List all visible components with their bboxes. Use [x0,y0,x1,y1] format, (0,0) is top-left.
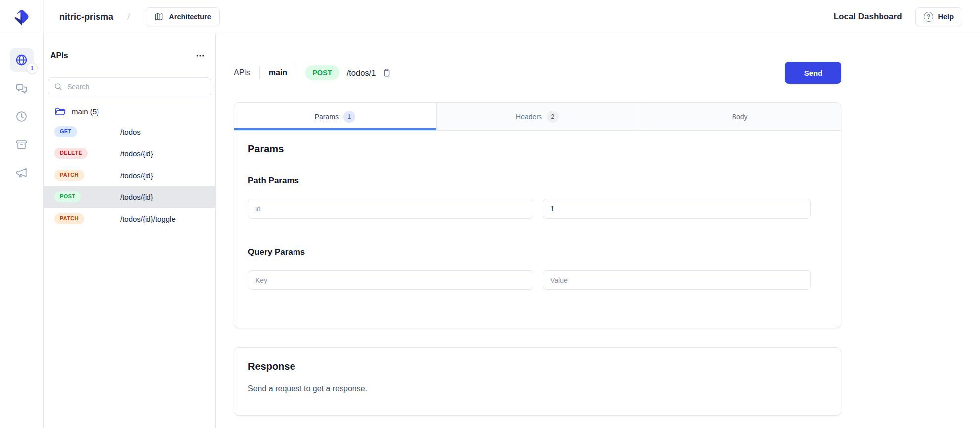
main-panel: APIs main POST /todos/1 Send [216,34,980,428]
endpoint-path: /todos/{id} [120,193,215,201]
sidebar-header: APIs [50,49,207,63]
method-badge: GET [54,126,77,137]
rail-item-storage[interactable] [10,133,34,156]
endpoint-path: /todos/{id}/toggle [120,215,215,223]
rail-item-schedules[interactable] [10,104,34,128]
local-dashboard-title: Local Dashboard [834,12,902,22]
tab-headers[interactable]: Headers 2 [437,103,639,130]
path-param-value-input[interactable] [543,199,811,219]
endpoint-path: /todos [120,128,215,136]
method-badge: DELETE [54,148,88,158]
help-label: Help [938,13,954,21]
divider [296,66,296,79]
rail-item-apis[interactable]: 1 [10,48,34,72]
params-count-badge: 1 [343,111,355,123]
apis-count-badge: 1 [27,63,38,74]
endpoint-path: /todos/{id} [120,149,215,158]
icon-rail: 1 [0,34,44,428]
params-panel: Params Path Params Query Params [234,131,841,328]
sidebar-title: APIs [50,51,68,60]
top-header: nitric-prisma / Architecture Local Dashb… [0,0,980,34]
endpoint-row-delete-todo[interactable]: DELETE /todos/{id} [44,143,215,164]
path-params-title: Path Params [248,176,827,186]
endpoint-row-get-todos[interactable]: GET /todos [44,121,215,143]
path-params-row [248,199,827,219]
content-area: 1 [0,34,980,428]
architecture-label: Architecture [169,13,211,21]
query-params-row [248,270,827,290]
path-param-key-input[interactable] [248,199,533,219]
folder-icon [54,106,66,117]
endpoint-tree: main (5) GET /todos DELETE /todos/{id} P… [44,102,215,230]
sidebar-menu-button[interactable] [194,49,207,63]
rail-item-topics[interactable] [10,161,34,185]
breadcrumb-api-name[interactable]: main [269,68,287,77]
request-tabs: Params 1 Headers 2 Body [234,103,841,131]
request-path: /todos/1 [347,68,376,78]
architecture-button[interactable]: Architecture [146,7,219,26]
query-params-title: Query Params [248,247,827,257]
tab-body-label: Body [732,113,748,121]
chat-bubbles-icon [15,82,28,95]
breadcrumb-apis[interactable]: APIs [234,68,250,77]
clipboard-icon [382,68,392,78]
megaphone-icon [15,166,28,180]
rail-item-websockets[interactable] [10,76,34,100]
endpoint-row-post-todo-selected[interactable]: POST /todos/{id} [44,186,215,208]
map-icon [154,12,164,22]
search-icon [54,82,62,91]
endpoint-row-patch-toggle[interactable]: PATCH /todos/{id}/toggle [44,208,215,230]
tab-headers-label: Headers [516,113,542,121]
method-badge: PATCH [54,213,84,224]
tab-params-label: Params [315,113,339,121]
tab-body[interactable]: Body [638,103,841,130]
globe-icon [15,53,28,67]
archive-box-icon [15,138,28,151]
headers-count-badge: 2 [547,111,559,123]
divider [259,66,260,79]
request-card: Params 1 Headers 2 Body Params Path Para… [234,102,841,328]
endpoint-row-patch-todo[interactable]: PATCH /todos/{id} [44,164,215,186]
help-button[interactable]: Help [915,7,962,26]
response-empty-message: Send a request to get a response. [248,384,827,393]
request-method-badge: POST [305,65,339,80]
clock-icon [15,110,28,123]
sidebar-search [48,77,211,95]
method-badge: PATCH [54,170,84,180]
method-badge: POST [54,191,81,202]
request-bar: APIs main POST /todos/1 Send [234,62,841,84]
endpoint-path: /todos/{id} [120,171,215,180]
folder-label: main (5) [72,107,99,116]
params-title: Params [248,143,827,155]
apis-sidebar: APIs [44,34,216,428]
response-title: Response [248,361,827,372]
app-window: nitric-prisma / Architecture Local Dashb… [0,0,980,428]
folder-main[interactable]: main (5) [44,102,215,121]
query-param-key-input[interactable] [248,270,533,290]
response-card: Response Send a request to get a respons… [234,347,841,416]
query-param-value-input[interactable] [543,270,811,290]
copy-path-button[interactable] [381,67,392,79]
nitric-logo-icon[interactable] [11,6,32,27]
project-name: nitric-prisma [59,12,113,22]
send-button[interactable]: Send [785,62,841,84]
tab-params[interactable]: Params 1 [234,103,437,130]
logo-container [0,0,44,34]
search-input[interactable] [67,83,205,91]
ellipsis-icon [196,51,205,61]
question-circle-icon [924,12,933,22]
breadcrumb-separator: / [127,11,130,22]
